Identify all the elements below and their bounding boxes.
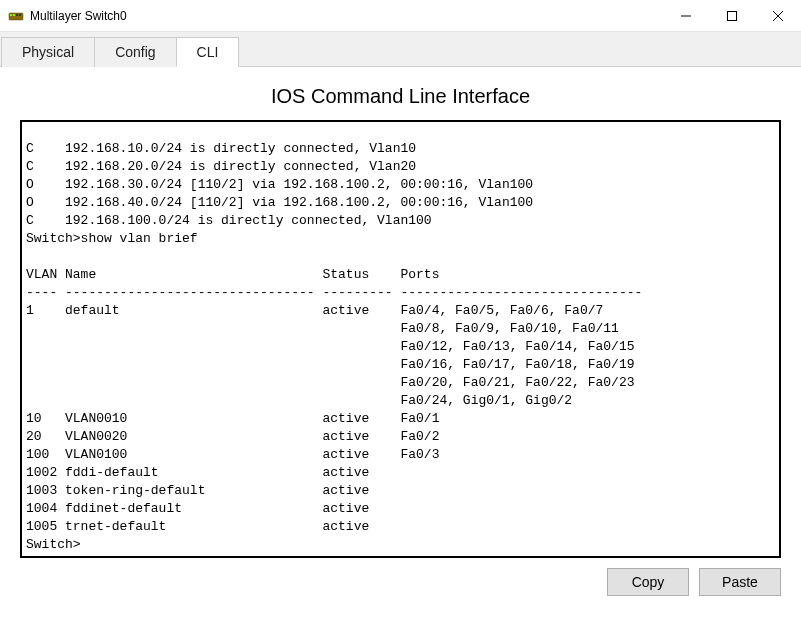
copy-button[interactable]: Copy	[607, 568, 689, 596]
close-button[interactable]	[755, 0, 801, 32]
minimize-button[interactable]	[663, 0, 709, 32]
window-title: Multilayer Switch0	[30, 9, 663, 23]
svg-rect-3	[16, 14, 18, 16]
window-titlebar: Multilayer Switch0	[0, 0, 801, 32]
maximize-button[interactable]	[709, 0, 755, 32]
svg-rect-1	[10, 14, 12, 16]
tab-physical[interactable]: Physical	[1, 37, 95, 67]
tab-cli[interactable]: CLI	[176, 37, 240, 67]
button-row: Copy Paste	[20, 568, 781, 596]
svg-rect-2	[13, 14, 15, 16]
app-icon	[8, 8, 24, 24]
window-controls	[663, 0, 801, 31]
paste-button[interactable]: Paste	[699, 568, 781, 596]
tab-bar: Physical Config CLI	[0, 32, 801, 67]
cli-terminal[interactable]: C 192.168.10.0/24 is directly connected,…	[20, 120, 781, 558]
cli-heading: IOS Command Line Interface	[20, 85, 781, 108]
tab-content: IOS Command Line Interface C 192.168.10.…	[0, 67, 801, 616]
tab-config[interactable]: Config	[94, 37, 176, 67]
svg-rect-6	[728, 12, 737, 21]
svg-rect-4	[19, 14, 21, 16]
